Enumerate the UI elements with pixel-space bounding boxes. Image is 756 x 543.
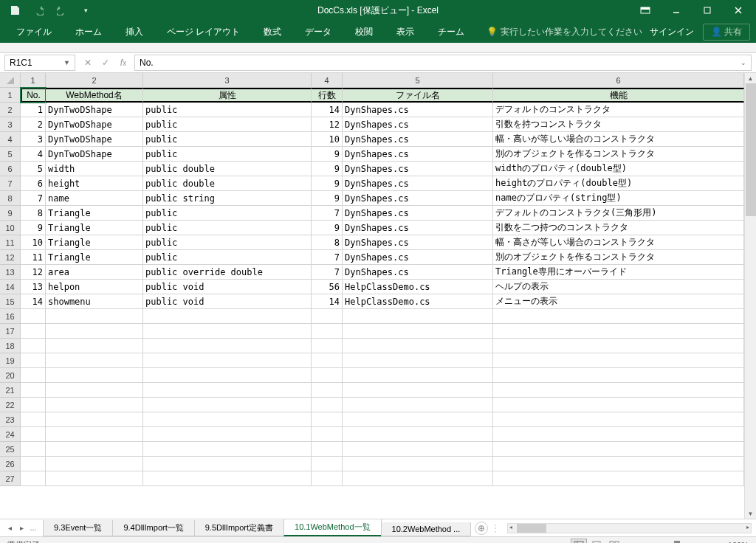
cell[interactable] <box>21 457 46 471</box>
cell[interactable] <box>21 324 46 339</box>
cell[interactable] <box>493 471 744 486</box>
cell[interactable] <box>46 398 143 412</box>
cell[interactable] <box>143 427 312 442</box>
row-header[interactable]: 25 <box>0 442 20 457</box>
cell[interactable] <box>493 442 744 457</box>
cell[interactable] <box>143 471 312 486</box>
cell[interactable]: 12 <box>312 117 343 132</box>
fx-icon[interactable]: fx <box>115 55 131 71</box>
cell[interactable]: 14 <box>312 103 343 117</box>
row-header[interactable]: 20 <box>0 368 20 383</box>
header-cell[interactable]: 行数 <box>312 88 343 103</box>
scroll-up-icon[interactable]: ▲ <box>745 73 756 83</box>
normal-view-icon[interactable] <box>571 539 587 544</box>
cell[interactable]: DynShapes.cs <box>343 206 493 221</box>
cell[interactable]: 3 <box>21 132 46 147</box>
zoom-handle[interactable] <box>674 541 680 544</box>
row-header[interactable]: 16 <box>0 309 20 324</box>
cell[interactable]: Triangle <box>46 250 143 265</box>
scroll-thumb[interactable] <box>746 83 756 216</box>
cell[interactable] <box>21 427 46 442</box>
cell[interactable]: public double <box>143 162 312 176</box>
row-header[interactable]: 24 <box>0 427 20 442</box>
ribbon-tab[interactable]: 挿入 <box>115 21 154 43</box>
row-header[interactable]: 17 <box>0 324 20 339</box>
cell[interactable]: DynShapes.cs <box>343 117 493 132</box>
page-break-view-icon[interactable] <box>606 539 622 544</box>
cell[interactable] <box>343 471 493 486</box>
cell[interactable]: height <box>46 176 143 191</box>
cell[interactable]: nameのプロパティ(string型) <box>493 191 744 206</box>
sheet-nav-first-icon[interactable]: ◂ <box>4 523 15 533</box>
cell[interactable] <box>21 353 46 368</box>
cell[interactable] <box>493 368 744 383</box>
cell[interactable]: HelpClassDemo.cs <box>343 294 493 309</box>
cell[interactable] <box>312 324 343 339</box>
ribbon-tab[interactable]: ホーム <box>65 21 112 43</box>
cell[interactable]: 7 <box>312 265 343 280</box>
cell[interactable]: public <box>143 103 312 117</box>
row-header[interactable]: 1 <box>0 88 20 103</box>
cell[interactable]: 幅・高いが等しい場合のコンストラクタ <box>493 132 744 147</box>
cell[interactable]: helpon <box>46 280 143 294</box>
cell[interactable] <box>343 324 493 339</box>
close-icon[interactable] <box>724 3 753 18</box>
cell[interactable] <box>343 457 493 471</box>
cell[interactable]: widthのプロパティ(double型) <box>493 162 744 176</box>
row-header[interactable]: 11 <box>0 235 20 250</box>
col-header[interactable]: 5 <box>343 73 493 87</box>
cell[interactable] <box>21 442 46 457</box>
cell[interactable] <box>21 368 46 383</box>
cell[interactable]: DynShapes.cs <box>343 265 493 280</box>
header-cell[interactable]: ファイル名 <box>343 88 493 103</box>
cell[interactable]: DynShapes.cs <box>343 250 493 265</box>
cell[interactable]: name <box>46 191 143 206</box>
sheet-tab[interactable]: 9.3Event一覧 <box>43 520 113 536</box>
cell[interactable] <box>493 339 744 353</box>
col-header[interactable]: 6 <box>493 73 744 87</box>
cell[interactable]: public <box>143 221 312 235</box>
select-all-corner[interactable] <box>0 73 21 88</box>
header-cell[interactable]: 機能 <box>493 88 744 103</box>
row-header[interactable]: 14 <box>0 280 20 294</box>
cell[interactable] <box>46 457 143 471</box>
cell[interactable] <box>493 309 744 324</box>
cell[interactable] <box>493 324 744 339</box>
cell[interactable]: 7 <box>312 250 343 265</box>
cell[interactable]: 13 <box>21 280 46 294</box>
cell[interactable]: DynShapes.cs <box>343 162 493 176</box>
cell[interactable] <box>143 442 312 457</box>
row-header[interactable]: 13 <box>0 265 20 280</box>
row-header[interactable]: 19 <box>0 353 20 368</box>
col-header[interactable]: 4 <box>312 73 343 87</box>
tell-me[interactable]: 💡 実行したい作業を入力してください <box>487 26 642 38</box>
cells[interactable]: No.WebMethod名属性行数ファイル名機能1DynTwoDShapepub… <box>21 88 744 486</box>
cell[interactable]: 14 <box>312 294 343 309</box>
cell[interactable]: 12 <box>21 265 46 280</box>
cell[interactable] <box>312 471 343 486</box>
cell[interactable]: public <box>143 132 312 147</box>
cell[interactable]: HelpClassDemo.cs <box>343 280 493 294</box>
cell[interactable]: public override double <box>143 265 312 280</box>
sheet-tab[interactable]: 9.4DllImport一覧 <box>112 520 194 536</box>
cell[interactable] <box>343 368 493 383</box>
share-button[interactable]: 👤 共有 <box>703 24 750 41</box>
cell[interactable]: Triangle <box>46 235 143 250</box>
expand-formula-icon[interactable]: ⌄ <box>740 59 746 66</box>
horizontal-scrollbar[interactable]: ◂ ▸ <box>507 523 752 533</box>
cell[interactable]: 7 <box>312 206 343 221</box>
cell[interactable]: public <box>143 206 312 221</box>
cell[interactable]: DynShapes.cs <box>343 221 493 235</box>
cell[interactable] <box>312 353 343 368</box>
cell[interactable] <box>343 398 493 412</box>
cell[interactable] <box>312 398 343 412</box>
row-header[interactable]: 21 <box>0 383 20 398</box>
cell[interactable] <box>21 339 46 353</box>
cell[interactable]: 引数を二つ持つのコンストラクタ <box>493 221 744 235</box>
cell[interactable]: 10 <box>312 132 343 147</box>
ribbon-tab[interactable]: データ <box>295 21 342 43</box>
row-header[interactable]: 12 <box>0 250 20 265</box>
col-header[interactable]: 2 <box>46 73 143 87</box>
save-icon[interactable] <box>6 3 24 18</box>
cell[interactable]: public <box>143 250 312 265</box>
